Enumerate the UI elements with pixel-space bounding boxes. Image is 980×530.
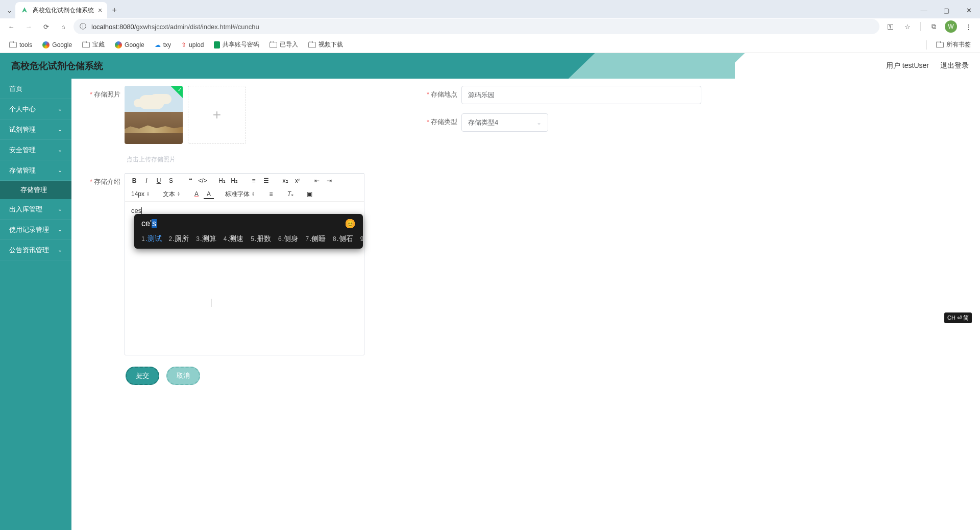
bookmark-item[interactable]: ☁txy — [151, 39, 175, 51]
password-icon[interactable]: ⚿ — [883, 19, 898, 34]
upload-add-button[interactable]: + — [188, 86, 246, 144]
font-family-select[interactable]: 标准字体▲▼ — [223, 190, 257, 199]
bookmark-item[interactable]: 已导入 — [265, 38, 302, 51]
underline-button[interactable]: U — [154, 176, 164, 186]
subscript-button[interactable]: x₂ — [280, 176, 290, 186]
ime-candidates: 1.测试 2.厕所 3.测算 4.测速 5.册数 6.侧身 7.侧睡 8.侧石 — [134, 231, 363, 249]
ime-emoji-icon[interactable]: 😊 — [345, 218, 356, 229]
ime-composition: ce's — [141, 219, 157, 228]
tab-title: 高校危化试剂仓储系统 — [33, 6, 94, 15]
editor-content[interactable]: ces ce's 😊 1.测试 2.厕所 — [125, 202, 364, 355]
clear-format-button[interactable]: Tₓ — [285, 189, 296, 199]
submit-button[interactable]: 提交 — [126, 367, 159, 385]
url-text: localhost:8080/gxwhsjccxt/admin/dist/ind… — [91, 23, 259, 31]
reload-button[interactable]: ⟳ — [39, 19, 53, 34]
chevron-down-icon: ⌄ — [58, 226, 62, 233]
minimize-button[interactable]: — — [913, 2, 935, 18]
ime-candidate[interactable]: 4.测速 — [224, 234, 244, 244]
ime-candidate[interactable]: 1.测试 — [141, 234, 162, 244]
google-icon — [115, 41, 122, 49]
sidebar-item-notice[interactable]: 公告资讯管理⌄ — [0, 240, 71, 260]
align-button[interactable]: ≡ — [266, 189, 276, 199]
ime-indicator[interactable]: CH ⏎ 简 — [944, 312, 972, 323]
ime-candidate[interactable]: 3.测算 — [196, 234, 216, 244]
chevron-down-icon: ⌄ — [58, 167, 62, 174]
ordered-list-button[interactable]: ≡ — [249, 176, 259, 186]
h1-button[interactable]: H₁ — [217, 176, 227, 186]
tab-bar: ⌄ 高校危化试剂仓储系统 × + — ▢ ✕ — [0, 0, 980, 18]
ime-candidate[interactable]: 6.侧身 — [278, 234, 299, 244]
bookmark-item[interactable]: Google — [111, 39, 149, 51]
bg-color-button[interactable]: A — [204, 189, 214, 199]
close-window-button[interactable]: ✕ — [958, 2, 980, 18]
chevron-down-icon: ⌄ — [58, 147, 62, 153]
font-size-select[interactable]: 14px▲▼ — [129, 190, 152, 198]
unordered-list-button[interactable]: ☰ — [261, 176, 271, 186]
profile-avatar[interactable]: W — [943, 19, 959, 34]
user-label[interactable]: 用户 testUser — [886, 61, 929, 70]
chevron-down-icon: ⌄ — [58, 126, 62, 133]
ime-candidate[interactable]: 5.册数 — [251, 234, 271, 244]
upload-icon: ⇧ — [181, 41, 186, 49]
bookmark-item[interactable]: Google — [38, 39, 76, 51]
kebab-menu-icon[interactable]: ⋮ — [961, 19, 976, 34]
image-button[interactable]: ▣ — [305, 189, 315, 199]
forward-button[interactable]: → — [21, 19, 36, 34]
indent-button[interactable]: ⇥ — [324, 176, 334, 186]
upload-thumbnail[interactable] — [125, 86, 183, 144]
editor-text: ces — [131, 207, 141, 214]
chevron-down-icon: ⌄ — [58, 106, 62, 112]
type-select[interactable]: 存储类型4 ⌄ — [461, 113, 548, 132]
bookmark-item[interactable]: 视频下载 — [304, 38, 347, 51]
extensions-icon[interactable]: ⧉ — [926, 19, 941, 34]
sidebar-item-usage[interactable]: 使用记录管理⌄ — [0, 220, 71, 240]
sidebar-sub-storage[interactable]: 存储管理 — [0, 181, 71, 199]
ime-candidate[interactable]: 9.侧视 — [360, 234, 363, 244]
bookmark-item[interactable]: 共享账号密码 — [210, 38, 263, 51]
home-button[interactable]: ⌂ — [56, 19, 70, 34]
italic-button[interactable]: I — [141, 176, 152, 186]
strike-button[interactable]: S — [166, 176, 176, 186]
sidebar-item-safety[interactable]: 安全管理⌄ — [0, 140, 71, 160]
tab-search-button[interactable]: ⌄ — [3, 7, 15, 14]
bookmark-item[interactable]: tools — [5, 39, 36, 51]
paragraph-style-select[interactable]: 文本▲▼ — [161, 190, 182, 199]
bookmark-item[interactable]: 宝藏 — [78, 38, 109, 51]
sidebar-item-profile[interactable]: 个人中心⌄ — [0, 99, 71, 119]
bookmark-item[interactable]: ⇧uplod — [177, 39, 208, 51]
code-button[interactable]: </> — [198, 176, 208, 186]
tab-close-icon[interactable]: × — [98, 6, 102, 14]
outdent-button[interactable]: ⇤ — [312, 176, 322, 186]
sidebar-item-home[interactable]: 首页 — [0, 79, 71, 99]
location-input[interactable] — [461, 86, 701, 104]
quote-button[interactable]: ❝ — [185, 176, 195, 186]
sidebar-item-storage[interactable]: 存储管理⌄ — [0, 160, 71, 181]
bookmark-bar: tools Google 宝藏 Google ☁txy ⇧uplod 共享账号密… — [0, 37, 980, 53]
cancel-button[interactable]: 取消 — [166, 367, 200, 385]
sidebar-item-inout[interactable]: 出入库管理⌄ — [0, 199, 71, 220]
site-info-icon[interactable]: ⓘ — [80, 22, 86, 31]
back-button[interactable]: ← — [4, 19, 18, 34]
ime-candidate[interactable]: 7.侧睡 — [305, 234, 326, 244]
omnibox[interactable]: ⓘ localhost:8080/gxwhsjccxt/admin/dist/i… — [74, 19, 879, 34]
intro-label: *存储介绍 — [84, 173, 120, 186]
divider — [926, 40, 927, 50]
sidebar: 首页 个人中心⌄ 试剂管理⌄ 安全管理⌄ 存储管理⌄ 存储管理 出入库管理⌄ 使… — [0, 79, 71, 530]
sidebar-item-reagent[interactable]: 试剂管理⌄ — [0, 119, 71, 140]
sheet-icon — [214, 41, 220, 49]
all-bookmarks-button[interactable]: 所有书签 — [932, 38, 975, 51]
h2-button[interactable]: H₂ — [229, 176, 239, 186]
superscript-button[interactable]: x² — [292, 176, 303, 186]
editor-toolbar: B I U S ❝ </> H₁ H₂ ≡ — [125, 174, 364, 202]
bookmark-star-icon[interactable]: ☆ — [900, 19, 915, 34]
maximize-button[interactable]: ▢ — [935, 2, 958, 18]
folder-icon — [308, 42, 316, 48]
bold-button[interactable]: B — [129, 176, 139, 186]
text-color-button[interactable]: A — [191, 189, 202, 199]
browser-tab[interactable]: 高校危化试剂仓储系统 × — [15, 2, 107, 18]
ime-candidate[interactable]: 8.侧石 — [333, 234, 353, 244]
new-tab-button[interactable]: + — [107, 6, 121, 15]
ime-candidate[interactable]: 2.厕所 — [169, 234, 189, 244]
logout-button[interactable]: 退出登录 — [940, 61, 969, 70]
app-header: 高校危化试剂仓储系统 用户 testUser 退出登录 — [0, 53, 980, 79]
